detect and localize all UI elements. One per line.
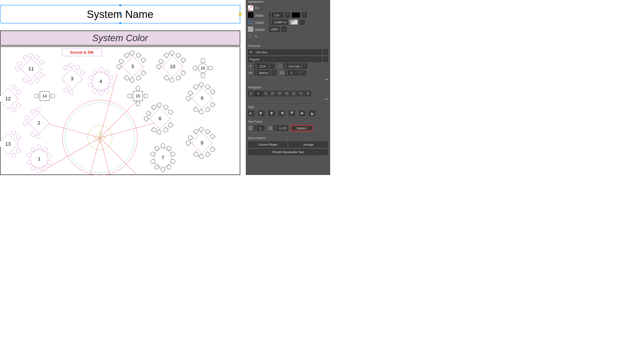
opacity-dropdown[interactable]: › <box>282 27 286 32</box>
selection-handle[interactable] <box>119 5 121 6</box>
fill-swatch-icon[interactable] <box>248 5 253 11</box>
svg-rect-11 <box>260 114 261 114</box>
align-toward-spine-button[interactable] <box>304 91 311 97</box>
kerning-input[interactable]: ▴▾Metrics <box>254 70 270 76</box>
fx-label[interactable]: fx. <box>255 35 268 38</box>
stroke-weight-input[interactable]: ▴▾1 pt <box>269 13 283 18</box>
align-horizontal-centers-button[interactable] <box>268 110 275 116</box>
align-to-button[interactable] <box>248 110 254 116</box>
align-left-button[interactable] <box>248 91 254 97</box>
table-4[interactable]: 4 <box>92 72 110 91</box>
fx-target-icon[interactable] <box>248 34 253 39</box>
table-9[interactable]: 9 <box>194 91 210 106</box>
table-2[interactable]: 2 <box>32 116 46 131</box>
font-style-dropdown[interactable]: ˅ <box>323 57 328 62</box>
corner-icon[interactable] <box>248 20 253 25</box>
stroke-label[interactable]: Stroke <box>255 14 268 17</box>
corner-radius-input[interactable]: ▴▾0.1667 in <box>269 20 288 25</box>
text-frame-options-button[interactable]: Options <box>290 125 313 131</box>
table-14[interactable]: 14 <box>40 91 50 101</box>
font-style-input[interactable]: Regular <box>248 57 322 62</box>
selection-handle[interactable] <box>0 5 1 6</box>
selection-handle[interactable] <box>0 22 1 24</box>
document-canvas[interactable]: System Name System Color Sound & SM 11 <box>0 0 246 175</box>
justify-left-button[interactable] <box>269 91 276 97</box>
paragraph-more-button[interactable]: ••• <box>248 97 328 102</box>
text-frame-section-title: Text Frame <box>248 120 328 123</box>
opacity-input[interactable]: 100% <box>269 27 280 32</box>
stroke-weight-dropdown[interactable]: ˅ <box>285 13 290 18</box>
align-group <box>248 110 328 116</box>
font-size-icon: T <box>248 64 253 69</box>
title-text-frame[interactable]: System Name <box>0 5 240 24</box>
justify-center-button[interactable] <box>276 91 283 97</box>
opacity-label[interactable]: Opacity <box>255 28 268 31</box>
table-12[interactable]: 12 <box>0 91 16 106</box>
kerning-dropdown[interactable]: ˅ <box>272 70 276 76</box>
sound-sm-box[interactable]: Sound & SM <box>62 49 102 56</box>
corner-style-swatch[interactable] <box>290 20 298 25</box>
title-text: System Name <box>87 8 154 20</box>
font-size-dropdown[interactable]: ˅ <box>270 64 274 69</box>
svg-point-1 <box>249 20 250 21</box>
justify-all-button[interactable] <box>290 91 297 97</box>
table-15[interactable]: 15 <box>133 91 143 101</box>
selection-handle[interactable] <box>239 5 241 6</box>
svg-rect-19 <box>302 113 303 114</box>
svg-rect-9 <box>250 113 251 114</box>
subtitle-text: System Color <box>92 33 148 43</box>
corner-label[interactable]: Corner <box>255 21 268 24</box>
selection-handle[interactable] <box>0 13 1 15</box>
tracking-dropdown[interactable]: ˅ <box>301 70 306 76</box>
table-13[interactable]: 13 <box>0 137 16 152</box>
selection-handle[interactable] <box>239 22 241 24</box>
align-center-button[interactable] <box>255 91 262 97</box>
align-left-edges-button[interactable] <box>258 110 265 116</box>
stroke-swatch-icon[interactable] <box>248 13 253 18</box>
tracking-input[interactable]: ▴▾0 <box>286 70 300 76</box>
table-11[interactable]: 11 <box>24 61 39 76</box>
align-away-spine-button[interactable] <box>298 91 304 97</box>
leading-dropdown[interactable]: ˅ <box>302 64 307 69</box>
svg-rect-17 <box>292 112 293 113</box>
fill-placeholder-button[interactable]: Fill with Placeholder Text <box>248 149 328 155</box>
align-top-edges-button[interactable] <box>289 110 295 116</box>
font-family-dropdown[interactable]: ˅ <box>323 49 328 55</box>
svg-rect-24 <box>269 127 270 130</box>
align-bottom-edges-button[interactable] <box>309 110 316 116</box>
table-1[interactable]: 1 <box>30 150 48 168</box>
table-16[interactable]: 16 <box>198 64 208 73</box>
fill-label: Fill <box>255 7 268 10</box>
table-6[interactable]: 6 <box>152 111 168 126</box>
table-3[interactable]: 3 <box>64 71 80 86</box>
subtitle-text-frame[interactable]: System Color <box>0 31 240 46</box>
columns-input[interactable]: ▴▾1 <box>254 125 264 131</box>
arrange-button[interactable]: Arrange <box>289 141 328 148</box>
font-size-input[interactable]: ▴▾12 pt <box>254 64 268 69</box>
table-7[interactable]: 7 <box>154 149 172 167</box>
align-right-button[interactable] <box>262 91 269 97</box>
corner-style-dropdown[interactable]: ˅ <box>300 20 304 25</box>
selection-handle[interactable] <box>119 22 121 24</box>
table-10[interactable]: 10 <box>165 59 180 74</box>
font-family-input[interactable]: 🔍︎˅ Gill Sans <box>248 49 322 55</box>
gutter-input[interactable]: ▴▾0.125 <box>274 125 288 131</box>
svg-rect-13 <box>271 114 272 114</box>
table-5[interactable]: 5 <box>125 59 140 74</box>
stroke-color-swatch[interactable] <box>292 13 300 18</box>
svg-rect-14 <box>281 112 283 113</box>
svg-rect-15 <box>282 114 283 114</box>
appearance-section-title: Appearance <box>248 0 328 3</box>
leading-input[interactable]: ▴▾(14.4 pt) <box>284 64 301 69</box>
table-8[interactable]: 8 <box>194 135 210 150</box>
svg-point-3 <box>249 23 250 24</box>
stroke-color-dropdown[interactable]: ˅ <box>302 13 307 18</box>
tracking-icon: VA <box>279 70 284 76</box>
out-port-indicator[interactable] <box>239 13 242 16</box>
convert-shape-button[interactable]: Convert Shape <box>248 141 287 148</box>
character-more-button[interactable]: ••• <box>248 77 328 82</box>
diagram-frame[interactable]: Sound & SM 11 3 5 <box>0 47 240 175</box>
align-vertical-centers-button[interactable] <box>299 110 306 116</box>
justify-right-button[interactable] <box>283 91 290 97</box>
align-right-edges-button[interactable] <box>278 110 285 116</box>
